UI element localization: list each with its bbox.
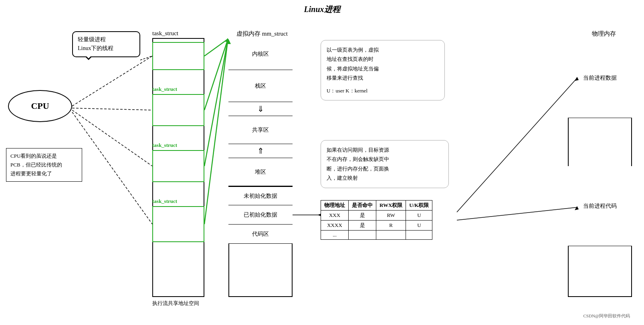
table-row: ... — [321, 231, 432, 240]
svg-line-1 — [72, 108, 152, 110]
note2-line1: 如果在访问期间，目标资源 — [327, 145, 443, 154]
svg-line-3 — [72, 112, 152, 224]
table-row: XXXX 是 R U — [321, 221, 432, 231]
ts-block-2 — [152, 94, 204, 126]
svg-line-14 — [457, 207, 577, 220]
note1-line4: 移量来进行查找 — [327, 73, 439, 82]
vm-title: 虚拟内存 mm_struct — [236, 30, 288, 38]
note-box-2: 如果在访问期间，目标资源 不在内存，则会触发缺页中 断，进行内存分配，页面换 入… — [321, 140, 449, 188]
footer-text: CSDN@阿华田软件代码 — [583, 313, 630, 319]
exec-label: 执行流共享地址空间 — [152, 300, 199, 307]
ts-block-3 — [152, 150, 204, 182]
cpu-note-line1: CPU看到的虽说还是 — [10, 152, 78, 160]
bubble-line1: 轻量级进程 — [78, 35, 135, 44]
svg-line-12 — [457, 78, 577, 212]
speech-bubble: 轻量级进程 Linux下的线程 — [72, 31, 140, 57]
note1-line2: 地址在查找页表的时 — [327, 54, 439, 64]
bubble-line2: Linux下的线程 — [78, 44, 135, 53]
ts-block-1 — [152, 42, 204, 70]
note-box-1: 以一级页表为例，虚拟 地址在查找页表的时 候，将虚拟地址充当偏 移量来进行查找 … — [321, 40, 445, 100]
vm-down-arrow: ⇓ — [228, 102, 293, 116]
phys-data: 当前进程数据 — [568, 38, 632, 118]
ts-label-4: task_struct — [152, 198, 177, 205]
vm-stack: 栈区 — [228, 70, 293, 102]
cpu-label: CPU — [31, 101, 49, 111]
svg-line-4 — [204, 39, 228, 56]
svg-line-2 — [72, 110, 152, 166]
vm-heap: 堆区 — [228, 158, 293, 186]
page-title: Linux进程 — [0, 0, 644, 15]
svg-line-8 — [204, 42, 228, 224]
cpu-note-line3: 进程要更轻量化了 — [10, 169, 78, 178]
col-uk: U/K权限 — [406, 201, 432, 211]
cpu-note-line2: PCB，但已经比传统的 — [10, 160, 78, 169]
note1-line3: 候，将虚拟地址充当偏 — [327, 64, 439, 73]
col-rwx: RWX权限 — [376, 201, 406, 211]
note2-line4: 入，建立映射 — [327, 173, 443, 183]
vm-shared: 共享区 — [228, 116, 293, 144]
svg-line-0 — [72, 56, 152, 106]
note1-line1: 以一级页表为例，虚拟 — [327, 45, 439, 54]
phys-code: 当前进程代码 — [568, 166, 632, 246]
vm-init: 已初始化数据 — [228, 205, 293, 225]
col-hit: 是否命中 — [349, 201, 376, 211]
page-table: 物理地址 是否命中 RWX权限 U/K权限 XXX 是 RW U XXXX 是 … — [321, 200, 432, 240]
col-phys-addr: 物理地址 — [321, 201, 349, 211]
ts-label-3: task_struct — [152, 142, 177, 148]
note2-line3: 断，进行内存分配，页面换 — [327, 164, 443, 173]
vm-code: 代码区 — [228, 225, 293, 244]
ts-label-2: task_struct — [152, 86, 177, 92]
svg-line-6 — [204, 40, 228, 110]
cpu-note: CPU看到的虽说还是 PCB，但已经比传统的 进程要更轻量化了 — [6, 148, 82, 182]
phys-title: 物理内存 — [592, 30, 616, 38]
task-column-title: task_struct — [152, 30, 178, 37]
table-row: XXX 是 RW U — [321, 211, 432, 221]
vm-up-arrow: ⇑ — [228, 144, 293, 158]
ts-block-4 — [152, 206, 204, 242]
svg-line-16 — [140, 56, 152, 60]
note1-line5: U：user K：kernel — [327, 86, 439, 95]
vm-uninit: 未初始化数据 — [228, 186, 293, 205]
svg-line-7 — [204, 41, 228, 166]
vm-kernel: 内核区 — [228, 38, 293, 70]
svg-marker-11 — [318, 214, 321, 216]
cpu-ellipse: CPU — [8, 90, 72, 122]
note2-line2: 不在内存，则会触发缺页中 — [327, 154, 443, 164]
